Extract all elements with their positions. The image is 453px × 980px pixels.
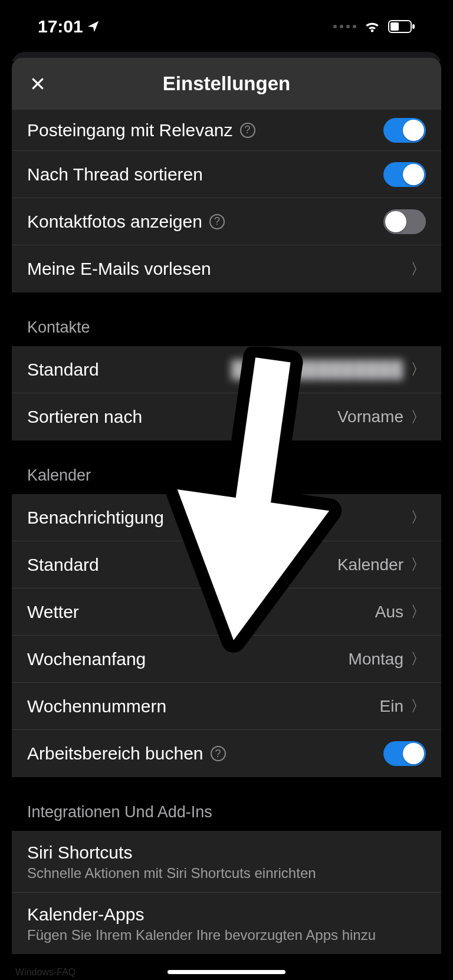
siri-shortcuts-title: Siri Shortcuts: [27, 843, 426, 863]
svg-rect-1: [390, 22, 399, 31]
help-icon[interactable]: ?: [209, 214, 225, 229]
cal-week-numbers-label: Wochennummern: [27, 696, 166, 716]
cal-weather-label: Wetter: [27, 602, 79, 622]
close-button[interactable]: [26, 72, 50, 96]
chevron-right-icon: 〉: [411, 649, 426, 669]
row-cal-weather[interactable]: Wetter Aus 〉: [12, 588, 441, 636]
row-cal-week-numbers[interactable]: Wochennummern Ein 〉: [12, 683, 441, 730]
cal-week-start-label: Wochenanfang: [27, 649, 146, 669]
contacts-sort-label: Sortieren nach: [27, 407, 142, 427]
row-calendar-apps[interactable]: Kalender-Apps Fügen Sie Ihrem Kalender I…: [12, 893, 441, 954]
row-cal-default[interactable]: Standard Kalender 〉: [12, 541, 441, 588]
chevron-right-icon: 〉: [411, 696, 426, 716]
cal-weather-value: Aus: [375, 603, 403, 621]
read-emails-label: Meine E-Mails vorlesen: [27, 259, 211, 279]
watermark: Windows-FAQ: [15, 967, 76, 978]
row-contacts-default[interactable]: Standard ██████████████ 〉: [12, 346, 441, 393]
chevron-right-icon: 〉: [411, 359, 426, 380]
row-cal-book-workspace[interactable]: Arbeitsbereich buchen ?: [12, 730, 441, 777]
chevron-right-icon: 〉: [411, 259, 426, 279]
row-sort-thread[interactable]: Nach Thread sortieren: [12, 151, 441, 198]
help-icon[interactable]: ?: [211, 746, 226, 761]
close-icon: [30, 76, 45, 91]
row-cal-week-start[interactable]: Wochenanfang Montag 〉: [12, 636, 441, 683]
row-cal-notifications[interactable]: Benachrichtigung 〉: [12, 494, 441, 541]
home-indicator[interactable]: [168, 970, 285, 974]
contacts-default-value: ██████████████: [231, 360, 403, 379]
focused-inbox-toggle[interactable]: [383, 118, 426, 143]
chevron-right-icon: 〉: [411, 507, 426, 528]
location-icon: [87, 20, 100, 33]
focused-inbox-label: Posteingang mit Relevanz: [27, 120, 233, 140]
battery-icon: [388, 20, 415, 33]
calendar-apps-title: Kalender-Apps: [27, 905, 426, 925]
row-siri-shortcuts[interactable]: Siri Shortcuts Schnelle Aktionen mit Sir…: [12, 831, 441, 893]
row-contacts-sort[interactable]: Sortieren nach Vorname 〉: [12, 393, 441, 440]
svg-rect-2: [412, 24, 415, 29]
cal-notifications-label: Benachrichtigung: [27, 508, 164, 528]
help-icon[interactable]: ?: [240, 123, 255, 138]
cal-default-value: Kalender: [337, 555, 403, 574]
contact-photos-label: Kontaktfotos anzeigen: [27, 212, 202, 232]
chevron-right-icon: 〉: [411, 407, 426, 427]
status-time: 17:01: [38, 17, 83, 37]
contact-photos-toggle[interactable]: [383, 209, 426, 234]
cal-default-label: Standard: [27, 555, 99, 575]
siri-shortcuts-subtitle: Schnelle Aktionen mit Siri Shortcuts ein…: [27, 865, 426, 882]
contacts-default-label: Standard: [27, 360, 99, 380]
chevron-right-icon: 〉: [411, 601, 426, 622]
sort-thread-toggle[interactable]: [383, 162, 426, 187]
sheet-header: Einstellungen: [12, 58, 441, 110]
sort-thread-label: Nach Thread sortieren: [27, 165, 203, 185]
section-header-contacts: Kontakte: [12, 292, 441, 346]
cal-week-numbers-value: Ein: [380, 697, 403, 716]
signal-dots-icon: [333, 25, 356, 28]
cal-book-workspace-label: Arbeitsbereich buchen: [27, 744, 203, 764]
wifi-icon: [363, 19, 381, 34]
chevron-right-icon: 〉: [411, 554, 426, 575]
calendar-apps-subtitle: Fügen Sie Ihrem Kalender Ihre bevorzugte…: [27, 927, 426, 943]
section-header-integrations: Integrationen Und Add-Ins: [12, 777, 441, 831]
cal-week-start-value: Montag: [349, 650, 403, 669]
cal-book-workspace-toggle[interactable]: [383, 741, 426, 766]
row-focused-inbox[interactable]: Posteingang mit Relevanz ?: [12, 110, 441, 151]
status-bar: 17:01: [12, 0, 441, 47]
page-title: Einstellungen: [163, 73, 290, 95]
row-read-emails[interactable]: Meine E-Mails vorlesen 〉: [12, 245, 441, 292]
contacts-sort-value: Vorname: [337, 407, 403, 426]
row-contact-photos[interactable]: Kontaktfotos anzeigen ?: [12, 198, 441, 245]
section-header-calendar: Kalender: [12, 440, 441, 494]
